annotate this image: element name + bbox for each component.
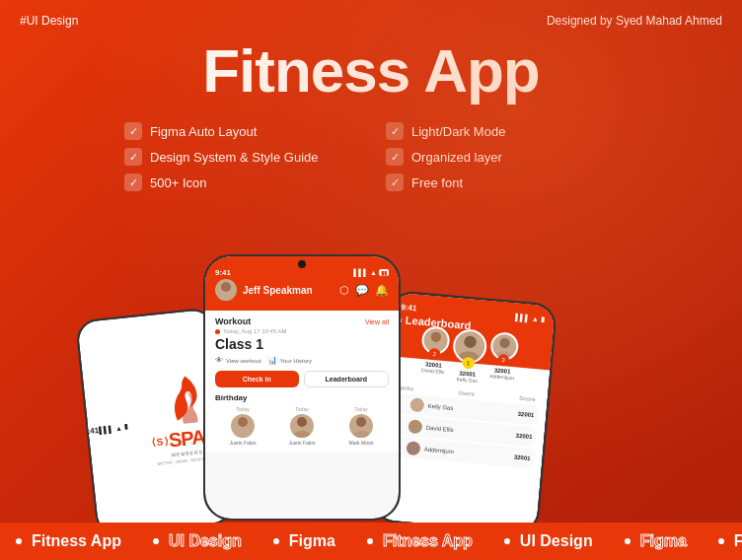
header-action-icons: ⬡ 💬 🔔 [339, 284, 389, 297]
svg-point-10 [464, 335, 477, 348]
birthday-tag-1: Today [215, 406, 270, 412]
battery-icon-c: ▮▮ [379, 269, 389, 276]
signal-r: ▌▌▌ [515, 314, 530, 321]
check-icon-4: ✓ [386, 148, 404, 166]
birthday-card-2: Today Justin Fabio [274, 406, 330, 446]
user-avatar [215, 279, 237, 301]
profile-row: Jeff Speakman ⬡ 💬 🔔 [215, 279, 389, 301]
birthday-name-1: Justin Fabio [215, 440, 270, 446]
check-icon-6: ✓ [386, 174, 404, 191]
check-icon-2: ✓ [386, 122, 404, 140]
feature-1: ✓ Figma Auto Layout [124, 122, 356, 140]
feature-label-6: Free font [411, 175, 463, 190]
view-workout-action[interactable]: 👁 View workout [215, 356, 261, 365]
phone-center: 9:41 ▌▌▌ ▲ ▮▮ Jeff Speakman [203, 254, 401, 521]
bell-icon[interactable]: 🔔 [375, 284, 389, 297]
row3-avatar [406, 441, 420, 455]
check-icon-3: ✓ [124, 148, 142, 166]
ticker-text-5: UI Design [520, 532, 593, 550]
ticker-ui-2: UI Design [488, 532, 609, 550]
battery-icon: ▮ [123, 423, 128, 431]
svg-point-3 [234, 431, 252, 438]
view-all-link[interactable]: View all [365, 318, 389, 325]
row2-avatar [408, 419, 422, 434]
wifi-r: ▲ [532, 315, 540, 323]
history-action[interactable]: 📊 Your History [267, 356, 312, 365]
page-title: Fitness App [0, 37, 742, 105]
time-left: 9:41 [83, 425, 100, 436]
ticker-figma-1: Figma [258, 532, 351, 550]
user-info: Jeff Speakman [215, 279, 313, 301]
share-icon[interactable]: ⬡ [339, 284, 349, 297]
feature-3: ✓ Design System & Style Guide [124, 148, 356, 166]
ticker-fitness-2: Fitness App [351, 532, 488, 550]
svg-point-8 [430, 331, 441, 342]
birthday-card-1: Today Justin Fabio [215, 406, 270, 446]
feature-label-1: Figma Auto Layout [150, 124, 257, 139]
signal-icons-center: ▌▌▌ ▲ ▮▮ [353, 268, 389, 277]
birthday-avatar-1 [231, 414, 255, 438]
ui-tag: #UI Design [20, 14, 78, 28]
phones-container: 9:41 ▌▌▌ ▲ ▮ ⟨S⟩ SPARK MEM [85, 254, 657, 521]
ticker-dot-4 [367, 538, 373, 544]
leaderboard-button[interactable]: Leaderboard [304, 371, 390, 387]
workout-section-title: Workout [215, 316, 251, 326]
date-text: Today, Aug 17 10:45 AM [223, 328, 287, 334]
eye-icon: 👁 [215, 356, 223, 365]
checkin-button[interactable]: Check in [215, 371, 299, 387]
ticker-dot-2 [153, 538, 159, 544]
chart-icon: 📊 [267, 356, 277, 365]
svg-point-4 [297, 417, 307, 427]
ticker-scroll: Fitness App UI Design Figma Fitness App … [0, 532, 742, 550]
rank1-badge: 1 [462, 357, 475, 370]
svg-point-0 [221, 282, 231, 292]
rank2-wrap: 2 32001 David Ellis [418, 325, 451, 381]
birthday-cards: Today Justin Fabio Today Justin Fabio [215, 406, 389, 446]
wifi-icon-c: ▲ [370, 269, 377, 276]
leaderboard-header: 9:41 ▌▌▌ ▲ ▮ ‹ Leaderboard [387, 292, 556, 370]
feature-label-4: Organized layer [411, 150, 502, 165]
feature-label-2: Light/Dark Mode [411, 124, 505, 139]
time-center: 9:41 [215, 268, 231, 277]
birthday-card-3: Today Mark Moon [334, 406, 389, 446]
ticker-dot-5 [504, 538, 510, 544]
signal-icon: ▌▌▌ [99, 425, 114, 434]
svg-point-12 [499, 337, 510, 348]
battery-r: ▮ [540, 315, 545, 323]
phone-center-screen: 9:41 ▌▌▌ ▲ ▮▮ Jeff Speakman [205, 256, 399, 519]
signal-icons-right: ▌▌▌ ▲ ▮ [515, 313, 545, 324]
row1-score: 32001 [517, 411, 534, 418]
row1-avatar [409, 397, 424, 412]
svg-point-2 [238, 417, 248, 427]
birthday-section: Birthday Today Justin Fabio Today [215, 393, 389, 446]
ticker-text-7: Fitness App [734, 532, 742, 550]
feature-4: ✓ Organized layer [386, 148, 618, 166]
birthday-avatar-2 [290, 414, 314, 438]
rank3-wrap: 3 32001 Addemijum [487, 331, 520, 386]
designer-credit: Designed by Syed Mahad Ahmed [547, 14, 722, 28]
feature-label-3: Design System & Style Guide [150, 150, 319, 165]
ticker-text-4: Fitness App [383, 532, 473, 550]
workout-section-header: Workout View all [215, 316, 389, 326]
svg-point-7 [352, 431, 370, 438]
s-icon: ⟨S⟩ [151, 436, 170, 449]
col-score: Score [519, 395, 536, 402]
feature-2: ✓ Light/Dark Mode [386, 122, 618, 140]
ticker-ui-1: UI Design [137, 532, 258, 550]
birthday-tag-2: Today [274, 406, 330, 412]
check-icon-5: ✓ [124, 174, 142, 191]
signal-icon-c: ▌▌▌ [353, 269, 368, 276]
message-icon[interactable]: 💬 [355, 284, 369, 297]
row1-name: Kelly Gas [427, 403, 514, 417]
workout-class-name: Class 1 [215, 336, 389, 352]
ticker-dot-7 [718, 538, 724, 544]
col-users: Users [458, 389, 475, 396]
app-content: Workout View all Today, Aug 17 10:45 AM … [205, 311, 399, 452]
view-workout-label: View workout [226, 358, 261, 364]
svg-point-5 [293, 431, 311, 438]
row2-score: 32001 [516, 433, 533, 440]
user-name: Jeff Speakman [243, 285, 313, 296]
birthday-tag-3: Today [334, 406, 389, 412]
rank2-badge: 2 [428, 348, 441, 361]
svg-point-1 [218, 294, 234, 301]
